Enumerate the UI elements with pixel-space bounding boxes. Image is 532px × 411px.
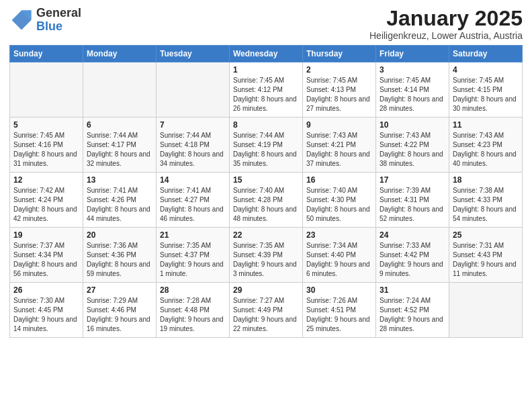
calendar-cell: 8Sunrise: 7:44 AM Sunset: 4:19 PM Daylig…: [230, 118, 303, 173]
day-number: 25: [453, 230, 519, 240]
day-number: 21: [160, 230, 226, 240]
weekday-header-wednesday: Wednesday: [230, 46, 303, 62]
day-number: 22: [233, 230, 299, 240]
day-number: 18: [453, 175, 519, 185]
day-number: 8: [233, 120, 299, 130]
day-info: Sunrise: 7:28 AM Sunset: 4:48 PM Dayligh…: [160, 296, 226, 334]
calendar-cell: [449, 283, 523, 338]
day-number: 4: [453, 65, 519, 75]
day-number: 31: [380, 285, 445, 295]
header: General Blue January 2025 Heiligenkreuz,…: [9, 7, 523, 41]
logo-icon: [9, 8, 34, 32]
calendar-cell: 1Sunrise: 7:45 AM Sunset: 4:12 PM Daylig…: [230, 62, 303, 118]
calendar-week-row: 26Sunrise: 7:30 AM Sunset: 4:45 PM Dayli…: [10, 283, 523, 338]
day-info: Sunrise: 7:41 AM Sunset: 4:27 PM Dayligh…: [160, 186, 226, 224]
calendar-cell: 16Sunrise: 7:40 AM Sunset: 4:30 PM Dayli…: [303, 173, 376, 228]
day-number: 20: [87, 230, 152, 240]
day-number: 24: [380, 230, 445, 240]
day-info: Sunrise: 7:31 AM Sunset: 4:43 PM Dayligh…: [453, 241, 519, 279]
day-number: 6: [87, 120, 152, 130]
day-info: Sunrise: 7:37 AM Sunset: 4:34 PM Dayligh…: [13, 241, 79, 279]
page: General Blue January 2025 Heiligenkreuz,…: [0, 0, 532, 411]
calendar-cell: 18Sunrise: 7:38 AM Sunset: 4:33 PM Dayli…: [449, 173, 523, 228]
day-number: 1: [233, 65, 299, 75]
calendar-cell: 31Sunrise: 7:24 AM Sunset: 4:52 PM Dayli…: [376, 283, 449, 338]
calendar-cell: 21Sunrise: 7:35 AM Sunset: 4:37 PM Dayli…: [157, 228, 230, 283]
day-number: 15: [233, 175, 299, 185]
calendar-cell: 23Sunrise: 7:34 AM Sunset: 4:40 PM Dayli…: [303, 228, 376, 283]
day-info: Sunrise: 7:29 AM Sunset: 4:46 PM Dayligh…: [87, 296, 152, 334]
calendar-week-row: 1Sunrise: 7:45 AM Sunset: 4:12 PM Daylig…: [10, 62, 523, 118]
day-number: 19: [13, 230, 79, 240]
day-info: Sunrise: 7:43 AM Sunset: 4:21 PM Dayligh…: [306, 131, 372, 169]
day-number: 23: [306, 230, 372, 240]
weekday-header-row: SundayMondayTuesdayWednesdayThursdayFrid…: [10, 46, 523, 62]
day-number: 7: [160, 120, 226, 130]
location-title: Heiligenkreuz, Lower Austria, Austria: [369, 30, 523, 41]
calendar-cell: 25Sunrise: 7:31 AM Sunset: 4:43 PM Dayli…: [449, 228, 523, 283]
day-info: Sunrise: 7:44 AM Sunset: 4:18 PM Dayligh…: [160, 131, 226, 169]
calendar-cell: 5Sunrise: 7:45 AM Sunset: 4:16 PM Daylig…: [10, 118, 83, 173]
weekday-header-sunday: Sunday: [10, 46, 83, 62]
calendar-cell: 14Sunrise: 7:41 AM Sunset: 4:27 PM Dayli…: [157, 173, 230, 228]
day-info: Sunrise: 7:33 AM Sunset: 4:42 PM Dayligh…: [380, 241, 445, 279]
day-info: Sunrise: 7:40 AM Sunset: 4:30 PM Dayligh…: [306, 186, 372, 224]
calendar-cell: 29Sunrise: 7:27 AM Sunset: 4:49 PM Dayli…: [230, 283, 303, 338]
calendar-cell: 20Sunrise: 7:36 AM Sunset: 4:36 PM Dayli…: [83, 228, 157, 283]
calendar-cell: 2Sunrise: 7:45 AM Sunset: 4:13 PM Daylig…: [303, 62, 376, 118]
day-number: 27: [87, 285, 152, 295]
day-number: 3: [380, 65, 445, 75]
calendar-week-row: 19Sunrise: 7:37 AM Sunset: 4:34 PM Dayli…: [10, 228, 523, 283]
calendar-cell: 27Sunrise: 7:29 AM Sunset: 4:46 PM Dayli…: [83, 283, 157, 338]
day-info: Sunrise: 7:30 AM Sunset: 4:45 PM Dayligh…: [13, 296, 79, 334]
weekday-header-monday: Monday: [83, 46, 157, 62]
day-number: 14: [160, 175, 226, 185]
day-number: 28: [160, 285, 226, 295]
day-number: 9: [306, 120, 372, 130]
day-number: 17: [380, 175, 445, 185]
calendar-week-row: 5Sunrise: 7:45 AM Sunset: 4:16 PM Daylig…: [10, 118, 523, 173]
calendar-cell: 13Sunrise: 7:41 AM Sunset: 4:26 PM Dayli…: [83, 173, 157, 228]
day-number: 30: [306, 285, 372, 295]
calendar-cell: 6Sunrise: 7:44 AM Sunset: 4:17 PM Daylig…: [83, 118, 157, 173]
weekday-header-tuesday: Tuesday: [157, 46, 230, 62]
calendar-cell: 7Sunrise: 7:44 AM Sunset: 4:18 PM Daylig…: [157, 118, 230, 173]
day-info: Sunrise: 7:44 AM Sunset: 4:19 PM Dayligh…: [233, 131, 299, 169]
day-info: Sunrise: 7:41 AM Sunset: 4:26 PM Dayligh…: [87, 186, 152, 224]
day-info: Sunrise: 7:45 AM Sunset: 4:16 PM Dayligh…: [13, 131, 79, 169]
calendar-cell: 28Sunrise: 7:28 AM Sunset: 4:48 PM Dayli…: [157, 283, 230, 338]
calendar-cell: [10, 62, 83, 118]
day-info: Sunrise: 7:34 AM Sunset: 4:40 PM Dayligh…: [306, 241, 372, 279]
day-info: Sunrise: 7:35 AM Sunset: 4:37 PM Dayligh…: [160, 241, 226, 279]
logo-text: General Blue: [36, 7, 81, 34]
calendar-cell: [157, 62, 230, 118]
logo-blue-text: Blue: [36, 20, 81, 34]
day-number: 10: [380, 120, 445, 130]
day-number: 26: [13, 285, 79, 295]
day-number: 11: [453, 120, 519, 130]
day-info: Sunrise: 7:45 AM Sunset: 4:15 PM Dayligh…: [453, 76, 519, 113]
day-number: 2: [306, 65, 372, 75]
day-number: 5: [13, 120, 79, 130]
calendar-week-row: 12Sunrise: 7:42 AM Sunset: 4:24 PM Dayli…: [10, 173, 523, 228]
day-info: Sunrise: 7:39 AM Sunset: 4:31 PM Dayligh…: [380, 186, 445, 224]
day-number: 13: [87, 175, 152, 185]
calendar-cell: 9Sunrise: 7:43 AM Sunset: 4:21 PM Daylig…: [303, 118, 376, 173]
day-info: Sunrise: 7:27 AM Sunset: 4:49 PM Dayligh…: [233, 296, 299, 334]
calendar-cell: 19Sunrise: 7:37 AM Sunset: 4:34 PM Dayli…: [10, 228, 83, 283]
day-number: 29: [233, 285, 299, 295]
day-info: Sunrise: 7:42 AM Sunset: 4:24 PM Dayligh…: [13, 186, 79, 224]
calendar-cell: 24Sunrise: 7:33 AM Sunset: 4:42 PM Dayli…: [376, 228, 449, 283]
calendar-table: SundayMondayTuesdayWednesdayThursdayFrid…: [9, 45, 523, 338]
calendar-cell: 30Sunrise: 7:26 AM Sunset: 4:51 PM Dayli…: [303, 283, 376, 338]
calendar-cell: 22Sunrise: 7:35 AM Sunset: 4:39 PM Dayli…: [230, 228, 303, 283]
day-info: Sunrise: 7:36 AM Sunset: 4:36 PM Dayligh…: [87, 241, 152, 279]
calendar-cell: 10Sunrise: 7:43 AM Sunset: 4:22 PM Dayli…: [376, 118, 449, 173]
day-info: Sunrise: 7:43 AM Sunset: 4:22 PM Dayligh…: [380, 131, 445, 169]
calendar-cell: [83, 62, 157, 118]
calendar-cell: 3Sunrise: 7:45 AM Sunset: 4:14 PM Daylig…: [376, 62, 449, 118]
day-info: Sunrise: 7:26 AM Sunset: 4:51 PM Dayligh…: [306, 296, 372, 334]
day-info: Sunrise: 7:40 AM Sunset: 4:28 PM Dayligh…: [233, 186, 299, 224]
weekday-header-friday: Friday: [376, 46, 449, 62]
day-info: Sunrise: 7:44 AM Sunset: 4:17 PM Dayligh…: [87, 131, 152, 169]
